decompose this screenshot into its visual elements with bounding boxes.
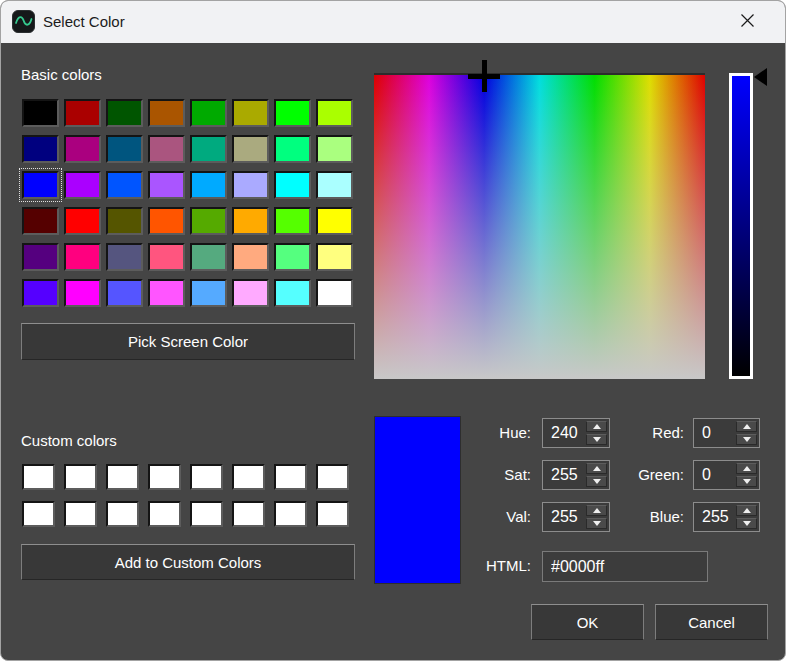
red-decrement-button[interactable] [736, 434, 757, 445]
basic-color-swatch[interactable] [316, 207, 353, 235]
basic-color-swatch[interactable] [22, 243, 59, 271]
green-label: Green: [596, 460, 684, 490]
basic-color-swatch[interactable] [274, 171, 311, 199]
basic-color-swatch[interactable] [22, 135, 59, 163]
custom-color-swatch[interactable] [64, 501, 97, 527]
basic-color-swatch[interactable] [316, 279, 353, 307]
red-value[interactable]: 0 [694, 419, 734, 447]
green-decrement-button[interactable] [736, 476, 757, 487]
add-to-custom-colors-button[interactable]: Add to Custom Colors [21, 544, 355, 580]
basic-color-swatch[interactable] [64, 207, 101, 235]
blue-increment-button[interactable] [736, 505, 757, 516]
basic-color-swatch[interactable] [22, 279, 59, 307]
basic-color-swatch[interactable] [274, 99, 311, 127]
basic-color-swatch[interactable] [64, 279, 101, 307]
custom-color-swatch[interactable] [190, 501, 223, 527]
basic-color-swatch[interactable] [274, 279, 311, 307]
blue-label: Blue: [596, 502, 684, 532]
basic-color-swatch[interactable] [22, 207, 59, 235]
hue-value[interactable]: 240 [543, 419, 584, 447]
basic-color-swatch[interactable] [232, 243, 269, 271]
basic-color-swatch[interactable] [22, 171, 59, 199]
basic-color-swatch[interactable] [232, 279, 269, 307]
x-close-icon [740, 13, 755, 32]
blue-decrement-button[interactable] [736, 518, 757, 529]
custom-color-swatch[interactable] [106, 501, 139, 527]
basic-color-swatch[interactable] [274, 135, 311, 163]
basic-color-swatch[interactable] [22, 99, 59, 127]
basic-color-swatch[interactable] [232, 171, 269, 199]
pick-screen-color-button[interactable]: Pick Screen Color [21, 323, 355, 360]
green-spinbox: 0 [693, 460, 760, 490]
basic-color-swatch[interactable] [106, 207, 143, 235]
basic-color-swatch[interactable] [274, 207, 311, 235]
window-title: Select Color [43, 1, 125, 43]
custom-color-swatch[interactable] [316, 464, 349, 490]
basic-color-swatch[interactable] [64, 135, 101, 163]
basic-color-swatch[interactable] [274, 243, 311, 271]
select-color-dialog: Select Color Basic colors Pick Screen Co… [0, 0, 786, 661]
basic-color-swatch[interactable] [64, 171, 101, 199]
cancel-button[interactable]: Cancel [655, 604, 768, 640]
html-color-input[interactable] [542, 551, 708, 582]
basic-color-swatch[interactable] [64, 243, 101, 271]
basic-color-swatch[interactable] [106, 279, 143, 307]
custom-colors-label: Custom colors [21, 430, 117, 452]
basic-color-swatch[interactable] [148, 135, 185, 163]
custom-color-swatch[interactable] [106, 464, 139, 490]
custom-color-swatch[interactable] [22, 501, 55, 527]
basic-color-swatch[interactable] [106, 171, 143, 199]
custom-color-swatch[interactable] [274, 501, 307, 527]
custom-color-swatch[interactable] [274, 464, 307, 490]
value-slider[interactable] [729, 73, 753, 379]
custom-color-swatch[interactable] [232, 501, 265, 527]
titlebar: Select Color [1, 1, 785, 43]
basic-color-swatch[interactable] [316, 99, 353, 127]
basic-color-swatch[interactable] [148, 99, 185, 127]
basic-color-swatch[interactable] [64, 99, 101, 127]
basic-color-swatch[interactable] [316, 243, 353, 271]
red-increment-button[interactable] [736, 421, 757, 432]
custom-color-swatch[interactable] [316, 501, 349, 527]
waveform-sine-icon [12, 10, 35, 33]
basic-color-swatch[interactable] [190, 171, 227, 199]
custom-colors-grid [22, 464, 349, 527]
arrow-down-icon [743, 521, 751, 526]
green-increment-button[interactable] [736, 463, 757, 474]
basic-color-swatch[interactable] [190, 99, 227, 127]
basic-color-swatch[interactable] [232, 99, 269, 127]
basic-color-swatch[interactable] [106, 99, 143, 127]
basic-color-swatch[interactable] [232, 207, 269, 235]
val-label: Val: [431, 502, 531, 532]
basic-color-swatch[interactable] [148, 171, 185, 199]
close-button[interactable] [717, 1, 777, 43]
value-slider-handle-icon[interactable] [754, 68, 767, 86]
basic-color-swatch[interactable] [190, 243, 227, 271]
basic-color-swatch[interactable] [232, 135, 269, 163]
green-value[interactable]: 0 [694, 461, 734, 489]
custom-color-swatch[interactable] [148, 464, 181, 490]
basic-color-swatch[interactable] [190, 207, 227, 235]
basic-color-swatch[interactable] [148, 207, 185, 235]
basic-color-swatch[interactable] [106, 243, 143, 271]
blue-value[interactable]: 255 [694, 503, 734, 531]
basic-color-swatch[interactable] [148, 279, 185, 307]
custom-color-swatch[interactable] [232, 464, 265, 490]
arrow-down-icon [743, 437, 751, 442]
basic-color-swatch[interactable] [148, 243, 185, 271]
arrow-up-icon [743, 466, 751, 471]
custom-color-swatch[interactable] [190, 464, 223, 490]
basic-color-swatch[interactable] [316, 135, 353, 163]
custom-color-swatch[interactable] [22, 464, 55, 490]
custom-color-swatch[interactable] [148, 501, 181, 527]
hue-label: Hue: [431, 418, 531, 448]
basic-color-swatch[interactable] [190, 135, 227, 163]
basic-color-swatch[interactable] [106, 135, 143, 163]
hue-saturation-field[interactable] [374, 73, 705, 379]
basic-color-swatch[interactable] [316, 171, 353, 199]
sat-value[interactable]: 255 [543, 461, 584, 489]
custom-color-swatch[interactable] [64, 464, 97, 490]
val-value[interactable]: 255 [543, 503, 584, 531]
ok-button[interactable]: OK [531, 604, 644, 640]
basic-color-swatch[interactable] [190, 279, 227, 307]
